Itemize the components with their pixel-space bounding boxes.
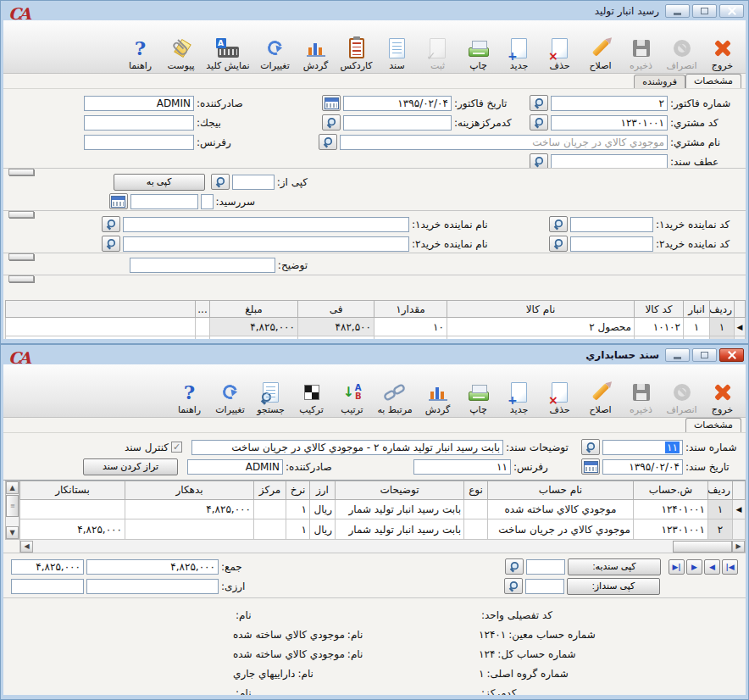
- copy-to-button[interactable]: کپی به: [114, 174, 205, 191]
- cell-acct-no[interactable]: ۱۲۴۰۱۰۰۱: [634, 499, 708, 519]
- toolbar-voucher[interactable]: سند: [377, 36, 417, 71]
- row-selector[interactable]: ◀: [735, 318, 746, 336]
- copy-from-search-button[interactable]: [211, 174, 230, 190]
- rep2-name-field[interactable]: [123, 236, 409, 252]
- minimize-button[interactable]: [665, 348, 690, 362]
- section-collapse-handle[interactable]: [8, 253, 34, 260]
- nav-prev-button[interactable]: ◀: [704, 559, 720, 575]
- cell-debit[interactable]: [125, 519, 254, 540]
- toolbar-new[interactable]: +جدید: [499, 36, 539, 71]
- nav-next-button[interactable]: ▶: [686, 559, 702, 575]
- scrollbar-thumb[interactable]: [673, 541, 732, 553]
- cell-acct-name[interactable]: موجودي کالاي ساخته شده: [488, 499, 634, 519]
- section-collapse-handle[interactable]: [8, 211, 34, 218]
- control-checkbox[interactable]: ✓: [171, 442, 182, 453]
- toolbar-new[interactable]: +جدید: [499, 381, 539, 415]
- close-button[interactable]: [719, 4, 744, 18]
- maximize-button[interactable]: [692, 348, 717, 362]
- toolbar-cancel[interactable]: انصراف: [662, 381, 702, 415]
- cell-qty[interactable]: ۱۰: [374, 318, 447, 336]
- nav-last-button[interactable]: ▶|: [669, 559, 685, 575]
- toolbar-combine[interactable]: ترکیب: [291, 381, 331, 415]
- titlebar[interactable]: سند حسابداري CA: [3, 347, 746, 364]
- invoice-date-field[interactable]: ۱۳۹۵/۰۲/۰۴: [343, 96, 452, 111]
- titlebar[interactable]: رسید انبار تولید CA: [3, 3, 746, 20]
- row-selector[interactable]: ◀: [733, 499, 746, 519]
- toolbar-kardex[interactable]: کاردکس: [336, 36, 376, 71]
- copy-voucher-to-button[interactable]: کپی سندبه:: [568, 558, 661, 575]
- toolbar-delete[interactable]: ×حذف: [540, 36, 580, 71]
- cell-desc[interactable]: بابت رسید انبار تولید شمار: [336, 499, 464, 519]
- toolbar-submit[interactable]: ✓ثبت: [418, 36, 458, 71]
- cost-center-search-button[interactable]: [322, 114, 341, 131]
- section-collapse-handle[interactable]: [8, 275, 34, 282]
- toolbar-sort[interactable]: AB↓ترتیب: [332, 381, 372, 415]
- toolbar-delete[interactable]: ×حذف: [540, 381, 580, 415]
- toolbar-search[interactable]: جستجو: [251, 381, 291, 415]
- customer-code-search-button[interactable]: [530, 114, 548, 131]
- toolbar-print[interactable]: چاپ: [458, 36, 498, 71]
- rep2-code-search-button[interactable]: [549, 236, 568, 252]
- rep2-name-search-button[interactable]: [102, 236, 120, 252]
- reference-field[interactable]: [84, 135, 194, 150]
- copy-from-field[interactable]: [232, 175, 275, 190]
- due-date-calendar-button[interactable]: [109, 193, 128, 209]
- doc-date-field[interactable]: ۱۳۹۵/۰۲/۰۴: [602, 459, 683, 475]
- cell-amount[interactable]: ۴,۸۲۵,۰۰۰: [210, 318, 298, 336]
- scroll-left-icon[interactable]: ◀: [20, 541, 33, 553]
- cell-credit[interactable]: [20, 499, 125, 519]
- copy-to-field[interactable]: [526, 559, 565, 575]
- cell-currency[interactable]: ریال: [310, 519, 336, 540]
- note-field[interactable]: [130, 258, 275, 273]
- tab-specs[interactable]: مشخصات: [685, 74, 741, 88]
- section-collapse-handle[interactable]: [8, 169, 34, 175]
- toolbar-print[interactable]: چاپ: [458, 381, 498, 415]
- copy-from-search-button[interactable]: [504, 578, 523, 594]
- due-date-field[interactable]: [130, 194, 198, 209]
- doc-no-field[interactable]: ۱۱: [602, 440, 683, 455]
- doc-ref-field[interactable]: [551, 154, 668, 169]
- cell-row[interactable]: ۱: [710, 318, 735, 336]
- rep1-name-search-button[interactable]: [102, 216, 120, 232]
- toolbar-save[interactable]: ذخیره: [621, 381, 661, 415]
- reference-field[interactable]: ۱۱: [413, 459, 511, 475]
- maximize-button[interactable]: [692, 4, 717, 18]
- copy-from-field[interactable]: [525, 579, 564, 594]
- invoice-no-search-button[interactable]: [530, 95, 548, 111]
- toolbar-changes[interactable]: تغییرات: [255, 36, 295, 71]
- toolbar-edit[interactable]: اصلاح: [580, 381, 620, 415]
- grid-horizontal-scrollbar[interactable]: ◀ ▶: [19, 540, 746, 553]
- due-date-mini-field[interactable]: [201, 194, 214, 209]
- customer-name-search-button[interactable]: [319, 134, 337, 150]
- cell-acct-no[interactable]: ۱۲۳۰۱۰۰۱: [634, 519, 708, 540]
- rep1-code-field[interactable]: [570, 217, 653, 232]
- cell-currency[interactable]: ریال: [310, 499, 336, 519]
- customer-name-field[interactable]: موجودي کالاي در جریان ساخت: [340, 135, 668, 150]
- issuer-field[interactable]: ADMIN: [187, 459, 283, 475]
- toolbar-exit[interactable]: خروج: [702, 381, 742, 415]
- cell-acct-name[interactable]: موجودي کالاي در جریان ساخت: [488, 519, 634, 540]
- cell-credit[interactable]: ۴,۸۲۵,۰۰۰: [20, 519, 125, 540]
- scrollbar-thumb[interactable]: ≡: [6, 495, 19, 517]
- invoice-no-field[interactable]: ۲: [551, 96, 668, 111]
- issuer-field[interactable]: ADMIN: [84, 96, 194, 111]
- copy-to-search-button[interactable]: [505, 558, 524, 575]
- toolbar-related[interactable]: مرتبط به: [373, 381, 417, 415]
- doc-no-search-button[interactable]: [581, 439, 600, 455]
- cell-store[interactable]: ۱: [684, 318, 710, 336]
- tab-vendor[interactable]: فروشنده: [634, 75, 685, 88]
- toolbar-exit[interactable]: خروج: [702, 36, 742, 71]
- rep1-code-search-button[interactable]: [549, 216, 568, 232]
- scroll-down-icon[interactable]: ▼: [6, 526, 19, 539]
- toolbar-help[interactable]: ?راهنما: [120, 36, 160, 71]
- minimize-button[interactable]: [665, 4, 690, 18]
- toolbar-cancel[interactable]: انصراف: [662, 36, 702, 71]
- toolbar-edit[interactable]: اصلاح: [580, 36, 620, 71]
- toolbar-help[interactable]: ?راهنما: [169, 381, 209, 415]
- toolbar-turnover[interactable]: گردش: [418, 381, 458, 415]
- toolbar-attachment[interactable]: پیوست: [161, 37, 201, 71]
- cell-item-code[interactable]: ۱۰۱۰۲: [635, 318, 684, 336]
- cell-item-name[interactable]: محصول ۲: [447, 318, 635, 336]
- invoice-date-calendar-button[interactable]: [322, 95, 341, 111]
- cell-price[interactable]: ۴۸۲,۵۰۰: [298, 318, 374, 336]
